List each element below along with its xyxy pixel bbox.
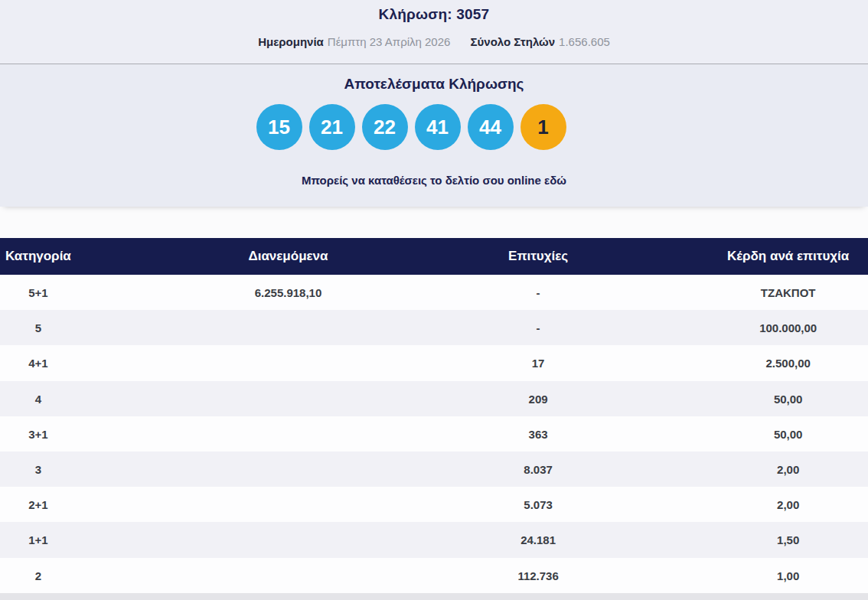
cell-winners: 8.037 (524, 463, 553, 476)
number-ball: 44 (468, 104, 514, 150)
cell-prize: 50,00 (774, 427, 803, 440)
table-row: 2+15.0732,00 (0, 487, 868, 522)
cell-category: 2+1 (28, 498, 47, 511)
section-gap (0, 207, 868, 238)
cell-category: 4+1 (28, 357, 47, 370)
cell-prize: 2.500,00 (765, 357, 810, 370)
prize-table-body: 5+16.255.918,10-ΤΖΑΚΠΟΤ5-100.000,004+117… (0, 275, 868, 593)
cell-winners: 209 (529, 392, 548, 405)
draw-date: ΗμερομηνίαΠέμπτη 23 Απρίλη 2026 (258, 35, 450, 48)
draw-title: Κλήρωση: 3057 (0, 0, 868, 23)
table-row: 38.0372,00 (0, 452, 868, 487)
cell-distributed: 6.255.918,10 (255, 286, 322, 299)
prize-table-header: Κατηγορία Διανεμόμενα Επιτυχίες Κέρδη αν… (0, 238, 868, 275)
cell-winners: 112.736 (517, 569, 558, 582)
cell-winners: 17 (532, 357, 545, 370)
cell-category: 5 (35, 321, 41, 334)
draw-meta: ΗμερομηνίαΠέμπτη 23 Απρίλη 2026 Σύνολο Σ… (0, 35, 868, 48)
number-ball: 21 (309, 104, 355, 150)
cell-winners: 24.181 (520, 533, 556, 546)
cell-prize: 100.000,00 (759, 321, 817, 334)
cell-prize: ΤΖΑΚΠΟΤ (761, 286, 816, 299)
cell-prize: 1,00 (777, 569, 799, 582)
number-ball: 22 (362, 104, 408, 150)
draw-date-label: Ημερομηνία (258, 35, 324, 48)
total-columns-value: 1.656.605 (559, 35, 610, 48)
table-row: 3+136350,00 (0, 416, 868, 452)
results-title: Αποτελέσματα Κλήρωσης (0, 64, 868, 93)
col-header-distributed: Διανεμόμενα (248, 249, 328, 264)
table-row: 2112.7361,00 (0, 558, 868, 593)
col-header-winners: Επιτυχίες (508, 249, 568, 264)
bonus-ball: 1 (520, 104, 566, 150)
cell-winners: 5.073 (524, 498, 553, 511)
cell-category: 4 (35, 392, 41, 405)
draw-header: Κλήρωση: 3057 ΗμερομηνίαΠέμπτη 23 Απρίλη… (0, 0, 868, 64)
table-row: 4+1172.500,00 (0, 345, 868, 380)
number-ball: 41 (415, 104, 461, 150)
col-header-category: Κατηγορία (5, 249, 71, 264)
cell-category: 2 (35, 569, 41, 582)
submit-online-link[interactable]: Μπορείς να καταθέσεις το δελτίο σου onli… (0, 174, 868, 187)
cell-category: 3 (35, 463, 41, 476)
cell-winners: - (537, 321, 540, 334)
table-row: 5-100.000,00 (0, 310, 868, 345)
cell-prize: 2,00 (777, 463, 799, 476)
col-header-prize: Κέρδη ανά επιτυχία (727, 249, 849, 264)
draw-date-value: Πέμπτη 23 Απρίλη 2026 (328, 35, 451, 48)
total-columns-label: Σύνολο Στηλών (471, 35, 556, 48)
number-ball: 15 (256, 104, 302, 150)
cell-category: 5+1 (28, 286, 47, 299)
table-row: 420950,00 (0, 381, 868, 416)
total-columns: Σύνολο Στηλών1.656.605 (471, 35, 610, 48)
winning-numbers: 15212241441 (0, 104, 845, 150)
cell-prize: 50,00 (774, 392, 803, 405)
cell-winners: - (537, 286, 540, 299)
cell-prize: 1,50 (777, 533, 799, 546)
cell-winners: 363 (529, 427, 548, 440)
lottery-results-page: Κλήρωση: 3057 ΗμερομηνίαΠέμπτη 23 Απρίλη… (0, 0, 868, 600)
cell-category: 3+1 (28, 427, 47, 440)
cell-prize: 2,00 (777, 498, 799, 511)
draw-results-section: Αποτελέσματα Κλήρωσης 15212241441 Μπορεί… (0, 64, 868, 207)
table-row: 5+16.255.918,10-ΤΖΑΚΠΟΤ (0, 275, 868, 310)
bottom-strip (0, 593, 868, 600)
table-row: 1+124.1811,50 (0, 522, 868, 557)
cell-category: 1+1 (28, 533, 47, 546)
